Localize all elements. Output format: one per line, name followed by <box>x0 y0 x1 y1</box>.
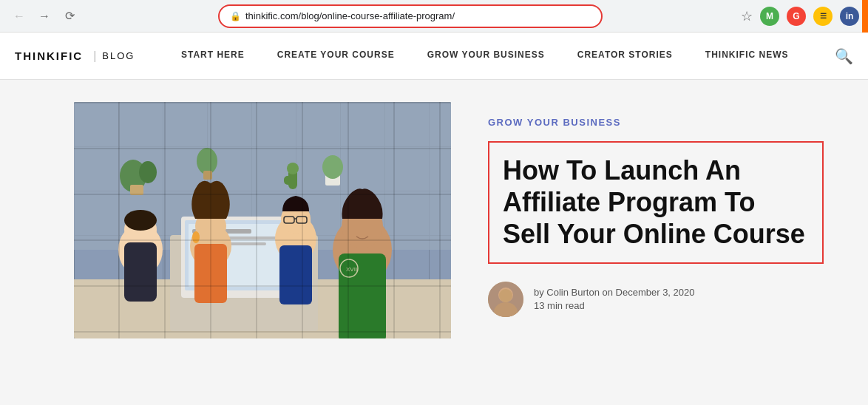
svg-point-36 <box>342 204 383 248</box>
svg-rect-0 <box>74 102 451 338</box>
svg-rect-8 <box>288 169 297 189</box>
svg-rect-13 <box>74 279 451 338</box>
main-content: XVII GROW YOUR BUSINESS How To Launch An… <box>0 80 868 405</box>
svg-rect-24 <box>124 242 157 302</box>
svg-rect-17 <box>189 224 303 287</box>
svg-rect-28 <box>194 244 227 303</box>
svg-rect-34 <box>279 245 312 304</box>
svg-rect-31 <box>284 217 294 223</box>
svg-rect-19 <box>192 236 281 239</box>
svg-rect-32 <box>296 217 307 223</box>
nav-items: START HERE CREATE YOUR COURSE GROW YOUR … <box>135 33 835 80</box>
address-bar[interactable]: 🔒 thinkific.com/blog/online-course-affil… <box>218 4 603 28</box>
logo-divider: | <box>93 50 96 63</box>
svg-point-4 <box>139 161 157 183</box>
svg-point-38 <box>340 259 358 277</box>
svg-rect-7 <box>203 171 212 180</box>
article-meta-text: by Colin Burton on December 3, 2020 13 m… <box>534 287 695 311</box>
article-meta: by Colin Burton on December 3, 2020 13 m… <box>488 282 824 317</box>
sidebar-accent <box>862 0 868 33</box>
svg-point-6 <box>197 148 217 174</box>
article-title: How To Launch An Affiliate Program To Se… <box>503 154 809 251</box>
svg-point-12 <box>322 155 343 179</box>
svg-point-43 <box>499 289 512 302</box>
site-navigation: THINKIFIC | BLOG START HERE CREATE YOUR … <box>0 33 868 80</box>
blog-label[interactable]: BLOG <box>102 50 135 61</box>
svg-point-30 <box>281 204 311 234</box>
nav-item-create-course[interactable]: CREATE YOUR COURSE <box>261 33 411 80</box>
svg-point-10 <box>287 163 299 174</box>
svg-rect-16 <box>185 220 307 290</box>
svg-rect-11 <box>325 172 340 186</box>
lock-icon: 🔒 <box>230 11 241 21</box>
svg-point-22 <box>124 214 157 246</box>
svg-point-27 <box>192 231 200 243</box>
svg-point-35 <box>333 217 392 283</box>
browser-chrome: ← → ⟳ 🔒 thinkific.com/blog/online-course… <box>0 0 868 33</box>
article-category[interactable]: GROW YOUR BUSINESS <box>488 117 824 128</box>
article-author: by Colin Burton on December 3, 2020 <box>534 287 695 298</box>
svg-rect-37 <box>339 253 386 338</box>
profile-avatar-b[interactable]: in <box>840 7 859 26</box>
svg-point-29 <box>275 215 316 262</box>
forward-button[interactable]: → <box>34 6 55 27</box>
svg-rect-5 <box>130 185 143 195</box>
svg-rect-18 <box>192 229 251 234</box>
bookmark-icon[interactable]: ☆ <box>741 8 753 24</box>
search-icon[interactable]: 🔍 <box>835 47 853 65</box>
svg-rect-15 <box>181 217 311 298</box>
svg-rect-2 <box>74 102 451 250</box>
site-logo[interactable]: THINKIFIC <box>15 50 83 62</box>
svg-point-23 <box>124 210 157 231</box>
author-avatar <box>488 282 523 317</box>
svg-rect-14 <box>170 235 318 331</box>
nav-item-start-here[interactable]: START HERE <box>165 33 261 80</box>
article-read-time: 13 min read <box>534 300 695 311</box>
article-image: XVII <box>74 102 451 338</box>
profile-avatar-g[interactable]: G <box>787 7 806 26</box>
nav-item-thinkific-news[interactable]: THINKIFIC NEWS <box>689 33 805 80</box>
browser-nav-buttons: ← → ⟳ <box>9 6 80 27</box>
svg-point-25 <box>190 224 231 268</box>
profile-avatar-m[interactable]: M <box>760 7 779 26</box>
article-title-box: How To Launch An Affiliate Program To Se… <box>488 141 824 264</box>
profile-avatar-y[interactable]: ☰ <box>813 7 833 26</box>
svg-point-21 <box>118 224 163 276</box>
svg-rect-1 <box>74 102 451 338</box>
nav-item-grow-business[interactable]: GROW YOUR BUSINESS <box>411 33 561 80</box>
browser-actions: ☆ M G ☰ in <box>741 7 859 26</box>
reload-button[interactable]: ⟳ <box>59 6 80 27</box>
svg-rect-9 <box>284 176 291 185</box>
nav-item-creator-stories[interactable]: CREATOR STORIES <box>561 33 689 80</box>
url-text: thinkific.com/blog/online-course-affilia… <box>245 10 591 21</box>
svg-rect-20 <box>192 242 266 245</box>
svg-point-26 <box>195 211 226 242</box>
article-info: GROW YOUR BUSINESS How To Launch An Affi… <box>488 102 824 317</box>
author-avatar-image <box>488 282 523 317</box>
svg-text:XVII: XVII <box>346 266 357 273</box>
back-button[interactable]: ← <box>9 6 30 27</box>
svg-point-3 <box>120 160 146 192</box>
